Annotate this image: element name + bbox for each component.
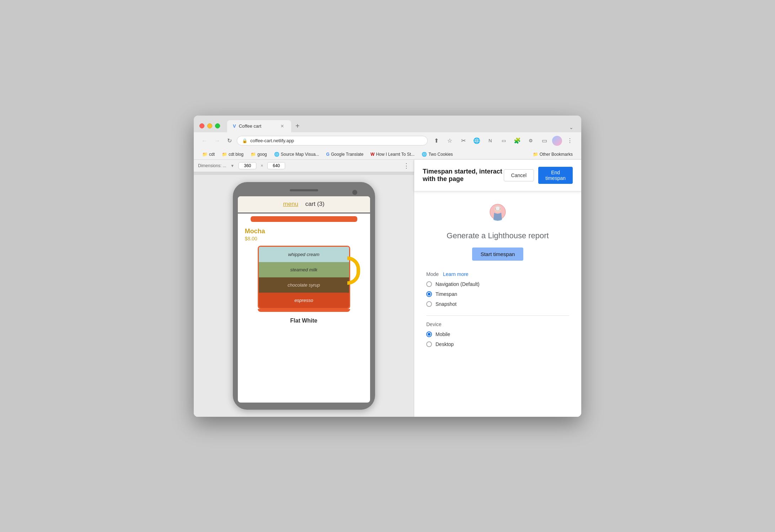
menu-nav-link[interactable]: menu bbox=[283, 201, 298, 208]
puzzle-icon[interactable]: 🧩 bbox=[512, 135, 523, 147]
back-button[interactable]: ← bbox=[199, 136, 209, 145]
maximize-button[interactable] bbox=[215, 123, 220, 128]
svg-point-3 bbox=[496, 206, 500, 211]
more-options-button[interactable]: ⋮ bbox=[564, 135, 576, 147]
tab-chevron-down-icon[interactable]: ⌄ bbox=[567, 122, 576, 132]
w-icon: W bbox=[370, 152, 374, 157]
profile-avatar[interactable] bbox=[552, 136, 562, 146]
dimension-separator: × bbox=[261, 163, 263, 168]
bookmark-label: Google Translate bbox=[331, 152, 363, 157]
desktop-radio-item[interactable]: Desktop bbox=[426, 341, 569, 347]
screen-record-icon[interactable]: ▭ bbox=[498, 135, 509, 147]
tab-title: Coffee cart bbox=[239, 123, 261, 129]
close-button[interactable] bbox=[199, 123, 204, 128]
menu-content: Mocha $8.00 whipped cream steamed milk c… bbox=[238, 222, 370, 330]
timespan-radio[interactable] bbox=[426, 291, 432, 297]
navigation-radio-item[interactable]: Navigation (Default) bbox=[426, 281, 569, 287]
translate-icon[interactable]: 🌐 bbox=[471, 135, 482, 147]
nav-bar: ← → ↻ 🔒 coffee-cart.netlify.app ⬆ ☆ ✂ 🌐 … bbox=[194, 132, 581, 149]
cup-layer-syrup: chocolate syrup bbox=[259, 277, 349, 293]
lighthouse-panel: Timespan started, interact with the page… bbox=[414, 160, 581, 417]
nav-actions: ⬆ ☆ ✂ 🌐 N ▭ 🧩 ⚙ ▭ ⋮ bbox=[431, 135, 576, 147]
bookmark-button[interactable]: ☆ bbox=[444, 135, 455, 147]
folder-icon: 📁 bbox=[251, 152, 256, 157]
phone-frame: menu cart (3) Mocha $8.00 bbox=[233, 182, 375, 410]
cart-nav-link[interactable]: cart (3) bbox=[305, 201, 325, 208]
toolbar-more-icon[interactable]: ⋮ bbox=[403, 162, 410, 170]
cancel-button[interactable]: Cancel bbox=[504, 169, 534, 181]
width-input[interactable]: 360 bbox=[239, 162, 256, 169]
section-divider bbox=[426, 315, 569, 316]
bookmark-cdt-blog[interactable]: 📁 cdt blog bbox=[219, 151, 246, 158]
bookmark-label: Other Bookmarks bbox=[540, 152, 573, 157]
mode-radio-group: Navigation (Default) Timespan Snapshot bbox=[426, 281, 569, 307]
globe-icon-2: 🌐 bbox=[422, 152, 427, 157]
lighthouse-title: Generate a Lighthouse report bbox=[447, 231, 549, 240]
mobile-label: Mobile bbox=[435, 331, 450, 337]
forward-button[interactable]: → bbox=[212, 136, 222, 145]
phone-speaker bbox=[290, 189, 318, 191]
start-timespan-button[interactable]: Start timespan bbox=[472, 248, 524, 261]
bookmark-label: goog bbox=[257, 152, 267, 157]
extension-icon[interactable]: N bbox=[485, 135, 496, 147]
title-bar: V Coffee cart × + ⌄ bbox=[194, 116, 581, 132]
address-bar[interactable]: 🔒 coffee-cart.netlify.app bbox=[237, 136, 428, 145]
bookmarks-bar: 📁 cdt 📁 cdt blog 📁 goog 🌐 Source Map Vis… bbox=[194, 149, 581, 160]
share-button[interactable]: ⬆ bbox=[431, 135, 442, 147]
height-input[interactable]: 640 bbox=[267, 162, 285, 169]
phone-camera bbox=[352, 190, 357, 195]
learn-more-link[interactable]: Learn more bbox=[443, 271, 469, 277]
mode-label: Mode Learn more bbox=[426, 271, 569, 277]
cart-bar[interactable] bbox=[251, 216, 357, 222]
new-tab-button[interactable]: + bbox=[292, 120, 303, 132]
cup-layer-milk: steamed milk bbox=[259, 262, 349, 277]
timespan-modal: Timespan started, interact with the page… bbox=[414, 160, 581, 191]
bookmark-label: Source Map Visua... bbox=[281, 152, 319, 157]
item-price: $8.00 bbox=[245, 236, 363, 241]
scrollbar[interactable] bbox=[194, 172, 414, 175]
bookmark-two-cookies[interactable]: 🌐 Two Cookies bbox=[419, 151, 456, 158]
scissors-icon[interactable]: ✂ bbox=[458, 135, 469, 147]
app-header: menu cart (3) bbox=[238, 196, 370, 213]
devtools-extension-icon[interactable]: ⚙ bbox=[525, 135, 536, 147]
bookmark-goog[interactable]: 📁 goog bbox=[248, 151, 270, 158]
phone-area: menu cart (3) Mocha $8.00 bbox=[194, 175, 414, 417]
timespan-title: Timespan started, interact with the page bbox=[423, 168, 504, 183]
bookmark-label: Two Cookies bbox=[428, 152, 453, 157]
lighthouse-main: Generate a Lighthouse report Start times… bbox=[414, 191, 581, 366]
end-timespan-button[interactable]: End timespan bbox=[538, 167, 573, 184]
timespan-label: Timespan bbox=[435, 291, 457, 297]
translate-bookmark-icon: G bbox=[326, 152, 330, 157]
desktop-radio[interactable] bbox=[426, 341, 432, 347]
bookmark-how-i-learnt[interactable]: W How I Learnt To St... bbox=[368, 151, 417, 158]
device-toolbar: Dimensions: ... ▼ 360 × 640 ⋮ bbox=[194, 160, 414, 172]
snapshot-radio[interactable] bbox=[426, 301, 432, 307]
bookmark-google-translate[interactable]: G Google Translate bbox=[324, 151, 367, 158]
cup-bottom bbox=[258, 309, 350, 312]
mobile-radio[interactable] bbox=[426, 331, 432, 337]
timespan-radio-item[interactable]: Timespan bbox=[426, 291, 569, 297]
timespan-actions: Cancel End timespan bbox=[504, 167, 573, 184]
mobile-radio-item[interactable]: Mobile bbox=[426, 331, 569, 337]
desktop-label: Desktop bbox=[435, 341, 454, 347]
snapshot-radio-item[interactable]: Snapshot bbox=[426, 301, 569, 307]
device-section: Device Mobile Desktop bbox=[426, 321, 569, 347]
minimize-button[interactable] bbox=[207, 123, 212, 128]
tab-close-button[interactable]: × bbox=[279, 123, 285, 129]
folder-icon-other: 📁 bbox=[533, 152, 538, 157]
lighthouse-logo-icon bbox=[485, 202, 510, 227]
dimensions-label: Dimensions: ... bbox=[198, 163, 226, 168]
app-nav: menu cart (3) bbox=[245, 201, 363, 208]
navigation-radio[interactable] bbox=[426, 281, 432, 287]
tab-bar: V Coffee cart × + ⌄ bbox=[227, 120, 576, 132]
bookmark-cdt[interactable]: 📁 cdt bbox=[199, 151, 218, 158]
sidebar-toggle[interactable]: ▭ bbox=[539, 135, 550, 147]
bookmark-label: cdt bbox=[209, 152, 215, 157]
browser-content: Dimensions: ... ▼ 360 × 640 ⋮ bbox=[194, 160, 581, 417]
refresh-button[interactable]: ↻ bbox=[225, 136, 234, 145]
bookmark-source-map[interactable]: 🌐 Source Map Visua... bbox=[271, 151, 322, 158]
navigation-label: Navigation (Default) bbox=[435, 281, 480, 287]
bookmark-other[interactable]: 📁 Other Bookmarks bbox=[530, 151, 576, 158]
mode-section: Mode Learn more Navigation (Default) Tim… bbox=[426, 271, 569, 307]
active-tab[interactable]: V Coffee cart × bbox=[227, 120, 291, 132]
